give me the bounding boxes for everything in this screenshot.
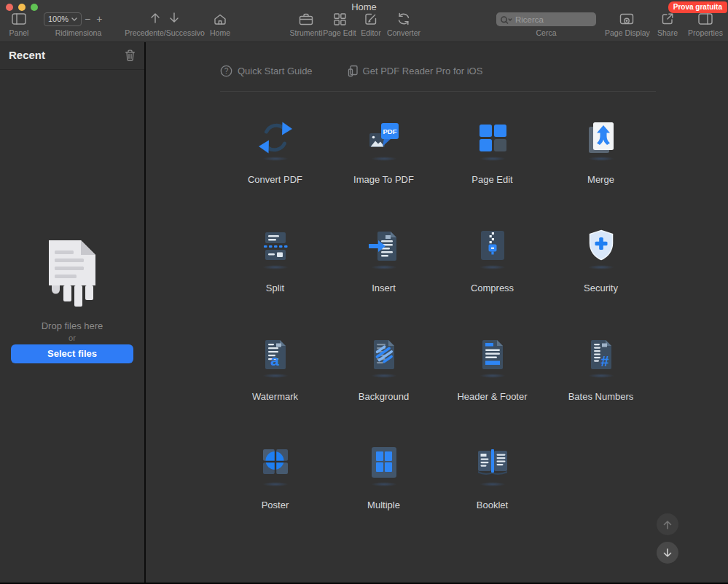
tool-bates-numbers[interactable]: # Bates Numbers — [547, 336, 655, 402]
search-icon — [500, 15, 513, 28]
convert-pdf-icon — [257, 119, 294, 156]
share-icon — [653, 12, 682, 26]
ios-device-icon — [348, 65, 358, 77]
editor-button[interactable]: Editor — [357, 12, 385, 37]
poster-icon — [257, 445, 294, 481]
insert-icon — [366, 228, 402, 264]
previous-page-button[interactable] — [149, 12, 161, 27]
home-icon — [206, 12, 235, 26]
tool-split[interactable]: Split — [221, 228, 329, 293]
properties-panel-icon — [685, 12, 726, 26]
svg-text:a: a — [270, 352, 279, 368]
panel-button[interactable]: Panel — [5, 12, 33, 37]
quick-links: ? Quick Start Guide Get PDF Reader Pro f… — [220, 65, 482, 77]
watermark-icon: a — [257, 336, 294, 373]
compress-icon — [474, 228, 511, 264]
zoom-level-value: 100% — [48, 15, 69, 23]
converter-button[interactable]: Converter — [383, 12, 424, 37]
app-window: Home Prova gratuita Panel 100% − + Ridim… — [0, 0, 728, 584]
prev-next-group: Precedente/Successivo — [124, 12, 206, 37]
tool-insert[interactable]: Insert — [329, 228, 438, 293]
tool-convert-pdf[interactable]: Convert PDF — [221, 119, 329, 185]
recent-sidebar: Recent Drop files here — [0, 42, 146, 584]
toolbar: Home Prova gratuita Panel 100% − + Ridim… — [0, 0, 728, 42]
merge-icon — [583, 119, 619, 156]
svg-text:PDF: PDF — [383, 127, 396, 135]
share-button[interactable]: Share — [653, 12, 682, 37]
search-group: Cerca — [496, 12, 596, 37]
sidebar-title: Recent — [9, 49, 45, 61]
tool-image-to-pdf[interactable]: PDF Image To PDF — [329, 119, 438, 185]
tools-button[interactable]: Strumenti — [287, 12, 325, 37]
zoom-out-button[interactable]: − — [82, 12, 93, 26]
briefcase-icon — [287, 12, 325, 26]
tool-background[interactable]: Background — [329, 336, 438, 402]
background-icon — [366, 336, 402, 373]
page-display-button[interactable]: Page Display — [605, 12, 649, 37]
multiple-icon — [366, 445, 402, 481]
quick-start-guide-link[interactable]: ? Quick Start Guide — [220, 65, 313, 77]
scroll-down-button[interactable] — [657, 542, 678, 564]
clear-recent-button[interactable] — [125, 50, 136, 64]
tool-booklet[interactable]: Booklet — [438, 445, 547, 510]
tool-watermark[interactable]: a Watermark — [221, 336, 329, 402]
drop-files-hint: Drop files here — [0, 320, 144, 331]
page-display-icon — [605, 12, 649, 26]
zoom-in-button[interactable]: + — [93, 12, 105, 26]
tool-merge[interactable]: Merge — [547, 119, 655, 185]
svg-text:?: ? — [224, 67, 229, 75]
get-ios-app-link[interactable]: Get PDF Reader Pro for iOS — [348, 65, 483, 77]
tool-compress[interactable]: Compress — [438, 228, 547, 293]
select-files-button[interactable]: Select files — [11, 344, 133, 363]
section-divider — [220, 91, 656, 92]
drop-files-illustration — [42, 239, 103, 315]
tool-page-edit[interactable]: Page Edit — [438, 119, 547, 185]
arrow-down-icon — [662, 547, 673, 559]
panel-icon — [5, 12, 33, 26]
tool-header-footer[interactable]: Header & Footer — [438, 336, 547, 402]
grid-icon — [323, 12, 356, 26]
tool-multiple[interactable]: Multiple — [329, 445, 438, 510]
properties-button[interactable]: Properties — [685, 12, 726, 37]
home-content: ? Quick Start Guide Get PDF Reader Pro f… — [147, 42, 728, 584]
window-title: Home — [0, 1, 728, 12]
image-to-pdf-icon: PDF — [366, 119, 402, 156]
scroll-up-button[interactable] — [657, 513, 678, 535]
refresh-arrows-icon — [383, 12, 424, 26]
zoom-level-dropdown[interactable]: 100% — [44, 12, 82, 26]
page-edit-button[interactable]: Page Edit — [323, 12, 356, 37]
page-edit-tool-icon — [474, 119, 511, 156]
arrow-up-icon — [662, 518, 673, 531]
svg-text:#: # — [600, 353, 608, 369]
home-button[interactable]: Home — [206, 12, 235, 37]
sidebar-divider — [0, 69, 144, 70]
tool-security[interactable]: Security — [547, 228, 655, 293]
chevron-down-icon — [71, 17, 77, 21]
booklet-icon — [474, 445, 511, 481]
bates-numbers-icon: # — [583, 336, 619, 373]
security-shield-icon — [583, 228, 619, 264]
next-page-button[interactable] — [168, 12, 180, 27]
tool-poster[interactable]: Poster — [221, 445, 329, 510]
or-text: or — [0, 334, 144, 342]
question-circle-icon: ? — [220, 65, 232, 77]
trash-icon — [125, 50, 136, 61]
resize-group: 100% − + Ridimensiona — [44, 12, 113, 37]
pencil-square-icon — [357, 12, 385, 26]
split-icon — [257, 228, 294, 264]
arrow-down-icon — [168, 12, 180, 24]
arrow-up-icon — [149, 12, 161, 24]
header-footer-icon — [474, 336, 511, 373]
